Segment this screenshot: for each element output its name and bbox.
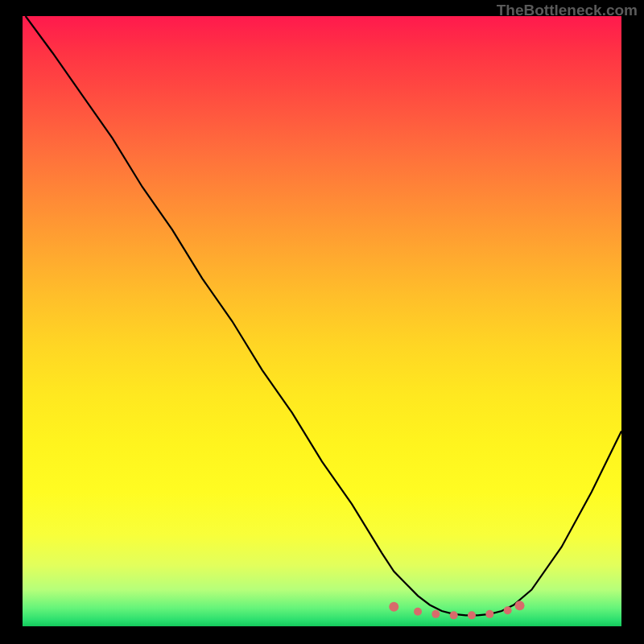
watermark-text: TheBottleneck.com — [497, 2, 638, 19]
chart-container: TheBottleneck.com — [0, 0, 644, 644]
gradient-background — [23, 16, 621, 626]
plot-area — [23, 16, 621, 626]
